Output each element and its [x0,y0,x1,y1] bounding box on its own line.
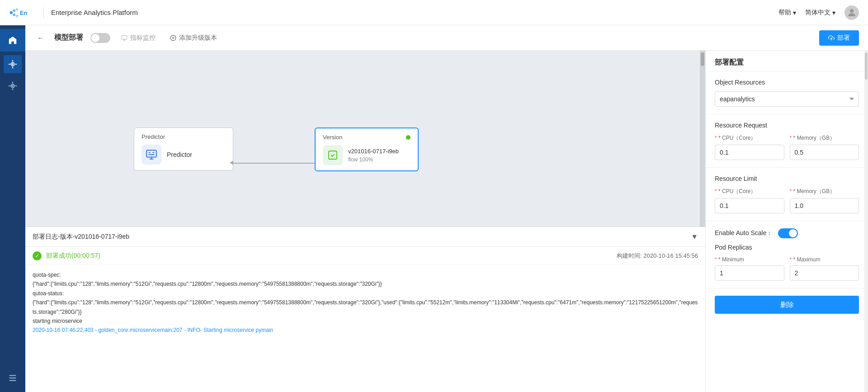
left-sidebar [0,25,25,392]
right-panel-title: 部署配置 [706,51,868,71]
svg-point-1 [13,9,15,12]
cpu-limit-label: * * CPU（Core） [715,188,784,195]
help-menu[interactable]: 帮助 ▾ [778,9,796,17]
right-panel-scrollbar[interactable] [864,51,868,392]
memory-request-input[interactable] [790,145,859,160]
resource-request-fields: * * CPU（Core） * * Memory（GB） [715,134,859,160]
success-icon: ✓ [33,251,42,260]
object-resources-label: Object Resources [715,79,859,86]
min-replicas-label: * * Minimum [715,256,784,263]
predictor-label: Predictor [167,151,192,158]
log-line: 2020-10-16 07:46:22,403 - golden_core.mi… [33,326,698,335]
version-box-content: v201016-0717-i9eb flow 100% [323,145,410,165]
version-box-header: Version [323,134,410,141]
resource-limit-fields: * * CPU（Core） * * Memory（GB） [715,188,859,213]
top-nav: EnOS Enterprise Analytics Platform 帮助 ▾ … [0,0,868,25]
diagram-arrow [233,163,315,164]
sidebar-home-button[interactable] [0,29,25,52]
svg-point-4 [16,14,18,17]
log-header-title: 部署日志-版本-v201016-0717-i9eb [33,233,129,241]
arrow-head-left [230,161,233,165]
cpu-limit-field: * * CPU（Core） [715,188,784,213]
memory-limit-label: * * Memory（GB） [790,188,859,195]
max-replicas-input[interactable] [790,265,859,281]
main-content: Predictor [25,51,868,392]
svg-point-3 [16,8,18,10]
memory-request-label: * * Memory（GB） [790,134,859,142]
memory-limit-input[interactable] [790,198,859,213]
sidebar-item-analytics[interactable] [4,55,22,73]
log-status-bar: ✓ 部署成功(00:00:57) 构建时间: 2020-10-16 15:45:… [25,247,705,265]
back-button[interactable]: ← [34,32,47,44]
platform-title: Enterprise Analytics Platform [51,9,138,16]
version-node[interactable]: Version v201016-0717-i9eb [315,128,419,171]
auto-scale-section: Enable Auto Scale： Pod Replicas * * Mini… [706,221,868,288]
resource-request-section: Resource Request * * CPU（Core） * * Memor… [706,114,868,168]
canvas-scrollbar[interactable] [700,51,705,227]
version-name: v201016-0717-i9eb [348,148,399,155]
sidebar-list-icon[interactable] [8,373,18,385]
metrics-toggle[interactable] [90,33,110,43]
sidebar-item-models[interactable] [4,77,22,95]
memory-request-field: * * Memory（GB） [790,134,859,160]
svg-rect-22 [122,35,127,39]
memory-limit-field: * * Memory（GB） [790,188,859,213]
predictor-box-content: Predictor [142,145,226,165]
cpu-request-input[interactable] [715,145,784,160]
cpu-request-label: * * CPU（Core） [715,134,784,142]
version-box-title: Version [323,134,342,141]
svg-point-6 [850,9,854,13]
user-avatar[interactable] [844,5,859,20]
log-line: starting microservice [33,316,698,326]
build-time: 构建时间: 2020-10-16 15:45:56 [617,252,698,260]
main-layout: ← 模型部署 指标监控 添加升级版本 [0,25,868,392]
cpu-limit-input[interactable] [715,198,784,213]
log-header: 部署日志-版本-v201016-0717-i9eb ▼ [25,227,705,247]
svg-point-0 [10,11,13,14]
enos-logo: EnOS [9,6,27,19]
page-title: 模型部署 [54,33,83,43]
resource-limit-section: Resource Limit * * CPU（Core） * * Memory（… [706,168,868,221]
svg-point-2 [13,14,15,16]
resource-request-label: Resource Request [715,122,859,129]
auto-scale-row: Enable Auto Scale： [715,228,859,238]
min-replicas-input[interactable] [715,265,784,281]
page-header: ← 模型部署 指标监控 添加升级版本 [25,25,868,51]
nav-divider [43,7,44,18]
predictor-node[interactable]: Predictor [134,128,233,170]
canvas-area: Predictor [25,51,705,392]
log-line: {"hard":{"limits.cpu":"128","limits.memo… [33,298,698,316]
status-dot-green [406,135,410,140]
auto-scale-toggle[interactable] [778,228,798,238]
max-replicas-field: * * Maximum [790,256,859,281]
logo-area: EnOS [9,6,27,19]
svg-point-18 [12,85,14,87]
right-scrollbar-thumb [865,52,868,80]
resource-limit-label: Resource Limit [715,175,859,182]
deploy-button[interactable]: 部署 [819,30,859,46]
object-resources-select[interactable]: eapanalytics [715,91,859,107]
predictor-box-title: Predictor [142,133,226,140]
log-body[interactable]: quota-spec:{"hard":{"limits.cpu":"128","… [25,265,705,392]
pod-replicas-label: Pod Replicas [715,244,859,251]
log-line: quota-spec: [33,270,698,279]
auto-scale-label: Enable Auto Scale： [715,229,773,237]
version-icon [323,145,343,165]
log-expand-button[interactable]: ▼ [691,233,698,241]
min-replicas-field: * * Minimum [715,256,784,281]
svg-point-12 [12,63,14,65]
toggle-container [90,33,110,43]
add-version-button[interactable]: 添加升级版本 [166,32,221,44]
canvas-scrollbar-thumb [701,52,704,66]
predictor-icon [142,145,161,165]
cpu-request-field: * * CPU（Core） [715,134,784,160]
diagram-canvas: Predictor [25,51,705,227]
delete-button[interactable]: 删除 [715,296,859,314]
max-replicas-label: * * Maximum [790,256,859,263]
language-menu[interactable]: 简体中文 ▾ [805,9,835,17]
right-panel: 部署配置 Object Resources eapanalytics Resou… [705,51,868,392]
log-line: qutoa-status: [33,289,698,298]
svg-rect-35 [329,151,337,159]
log-section: 部署日志-版本-v201016-0717-i9eb ▼ ✓ 部署成功(00:00… [25,227,705,392]
svg-rect-29 [146,150,156,157]
